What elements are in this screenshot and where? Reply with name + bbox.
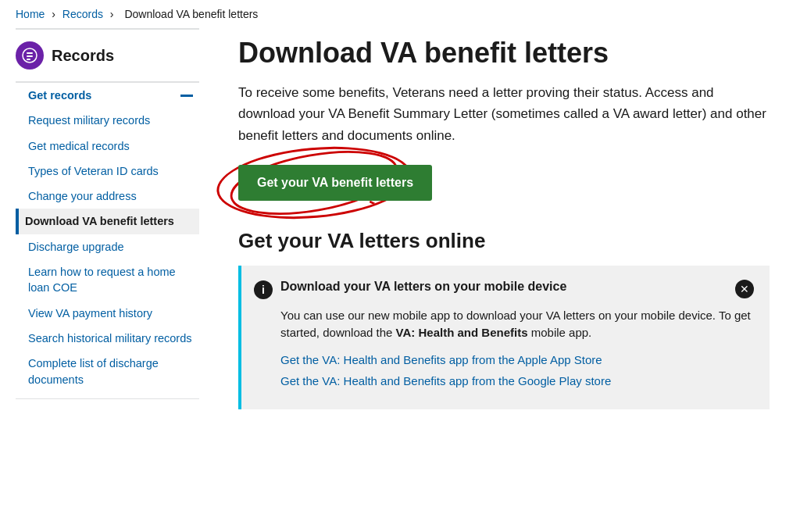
sidebar-link-get-records[interactable]: Get records: [19, 83, 199, 108]
sidebar-item-request-military[interactable]: Request military records: [16, 108, 199, 133]
sidebar-link-request-military[interactable]: Request military records: [19, 108, 199, 133]
page-title: Download VA benefit letters: [238, 36, 784, 70]
records-icon: [16, 41, 44, 70]
breadcrumb-separator-1: ›: [52, 8, 55, 20]
breadcrumb-home[interactable]: Home: [16, 8, 45, 20]
sidebar-item-payment-history[interactable]: View VA payment history: [16, 301, 199, 326]
info-box-header: i Download your VA letters on your mobil…: [254, 280, 754, 299]
sidebar-title: Records: [52, 47, 114, 65]
info-box-close-button[interactable]: ✕: [735, 280, 754, 298]
main-content: Download VA benefit letters To receive s…: [215, 28, 784, 441]
breadcrumb-records[interactable]: Records: [62, 8, 103, 20]
info-box: i Download your VA letters on your mobil…: [238, 266, 770, 409]
info-box-body: You can use our new mobile app to downlo…: [254, 307, 754, 342]
sidebar-item-historical-military[interactable]: Search historical military records: [16, 326, 199, 351]
info-box-links: Get the VA: Health and Benefits app from…: [254, 353, 754, 387]
google-play-store-link[interactable]: Get the VA: Health and Benefits app from…: [280, 374, 754, 387]
sidebar-link-veteran-id[interactable]: Types of Veteran ID cards: [19, 159, 199, 184]
sidebar-link-get-medical[interactable]: Get medical records: [19, 134, 199, 159]
sidebar-header: Records: [16, 28, 199, 83]
breadcrumb-separator-2: ›: [110, 8, 114, 20]
sidebar-item-change-address[interactable]: Change your address: [16, 184, 199, 209]
sidebar-link-discharge-upgrade[interactable]: Discharge upgrade: [19, 234, 199, 259]
svg-rect-2: [27, 55, 33, 57]
info-icon: i: [254, 280, 273, 299]
sidebar-item-get-records[interactable]: Get records: [16, 83, 199, 108]
sidebar-item-discharge-docs[interactable]: Complete list of discharge documents: [16, 351, 199, 392]
sidebar-nav: Get records Request military records Get…: [16, 83, 199, 399]
active-indicator: [180, 95, 193, 97]
info-box-title: Download your VA letters on your mobile …: [280, 280, 727, 294]
sidebar-item-discharge-upgrade[interactable]: Discharge upgrade: [16, 234, 199, 259]
svg-rect-1: [27, 52, 33, 54]
sidebar-link-payment-history[interactable]: View VA payment history: [19, 301, 199, 326]
sidebar-link-change-address[interactable]: Change your address: [19, 184, 199, 209]
svg-rect-3: [27, 59, 30, 60]
apple-app-store-link[interactable]: Get the VA: Health and Benefits app from…: [280, 353, 754, 366]
sidebar-link-discharge-docs[interactable]: Complete list of discharge documents: [19, 351, 199, 392]
sidebar-item-download-letters[interactable]: Download VA benefit letters: [16, 209, 199, 234]
sidebar-item-veteran-id[interactable]: Types of Veteran ID cards: [16, 159, 199, 184]
intro-paragraph: To receive some benefits, Veterans need …: [238, 82, 770, 146]
sidebar: Records Get records Request military rec…: [16, 28, 215, 441]
sidebar-link-home-loan[interactable]: Learn how to request a home loan COE: [19, 259, 199, 301]
sidebar-item-get-medical[interactable]: Get medical records: [16, 134, 199, 159]
sidebar-link-historical-military[interactable]: Search historical military records: [19, 326, 199, 351]
sidebar-item-home-loan[interactable]: Learn how to request a home loan COE: [16, 259, 199, 301]
sidebar-link-download-letters[interactable]: Download VA benefit letters: [19, 209, 199, 234]
breadcrumb: Home › Records › Download VA benefit let…: [0, 0, 800, 28]
cta-button-wrapper: Get your VA benefit letters: [238, 165, 432, 201]
cta-button[interactable]: Get your VA benefit letters: [238, 165, 432, 201]
breadcrumb-current: Download VA benefit letters: [124, 8, 258, 20]
section-heading: Get your VA letters online: [238, 229, 784, 253]
